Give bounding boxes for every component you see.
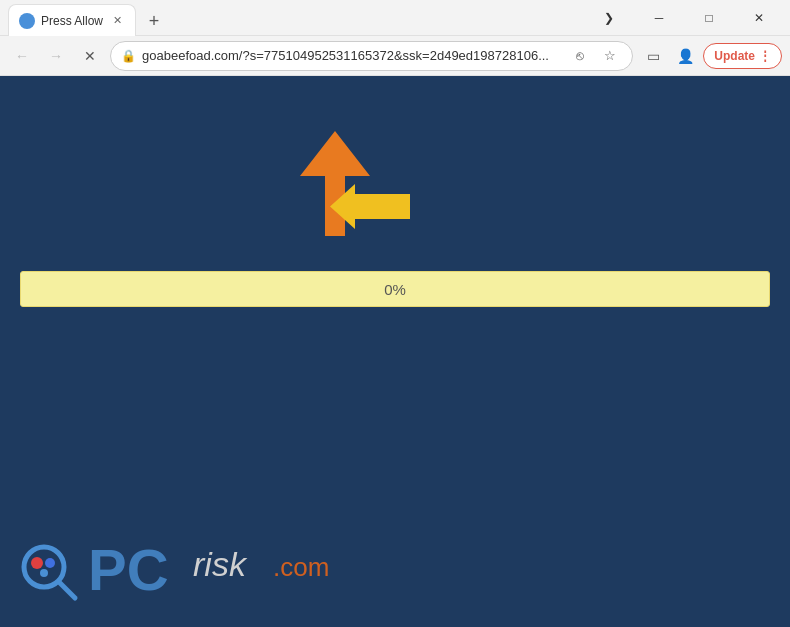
new-tab-button[interactable]: +	[140, 7, 168, 35]
update-label: Update	[714, 49, 755, 63]
progress-bar: 0%	[20, 271, 770, 307]
profile-icon[interactable]: 👤	[671, 42, 699, 70]
tab-area: Press Allow ✕ +	[8, 0, 586, 35]
svg-marker-2	[330, 184, 410, 229]
minimize-button[interactable]: ─	[636, 0, 682, 36]
bookmark-icon[interactable]: ☆	[598, 44, 622, 68]
close-button[interactable]: ✕	[736, 0, 782, 36]
back-button[interactable]: ←	[8, 42, 36, 70]
url-text: goabeefoad.com/?s=775104952531165372&ssk…	[142, 48, 562, 63]
share-icon[interactable]: ⎋	[568, 44, 592, 68]
chevron-down-button[interactable]: ❯	[586, 0, 632, 36]
lock-icon: 🔒	[121, 49, 136, 63]
logo-text: PC risk .com	[88, 538, 338, 607]
svg-text:PC: PC	[88, 538, 169, 602]
titlebar: Press Allow ✕ + ❯ ─ □ ✕	[0, 0, 790, 36]
tab-close-button[interactable]: ✕	[109, 13, 125, 29]
pcrisk-logo-icon	[20, 543, 80, 603]
svg-line-4	[59, 582, 75, 598]
yellow-arrow-icon	[330, 184, 410, 229]
browser-content: 0% PC risk .com	[0, 76, 790, 627]
progress-label: 0%	[384, 281, 406, 298]
active-tab[interactable]: Press Allow ✕	[8, 4, 136, 36]
pcrisk-logo: PC risk .com	[20, 538, 338, 607]
svg-text:risk: risk	[193, 545, 248, 583]
reload-button[interactable]: ✕	[76, 42, 104, 70]
maximize-button[interactable]: □	[686, 0, 732, 36]
sidebar-icon[interactable]: ▭	[639, 42, 667, 70]
addressbar: ← → ✕ 🔒 goabeefoad.com/?s=77510495253116…	[0, 36, 790, 76]
update-button[interactable]: Update ⋮	[703, 43, 782, 69]
update-chevron: ⋮	[759, 49, 771, 63]
svg-text:.com: .com	[273, 552, 329, 582]
svg-point-6	[45, 558, 55, 568]
forward-button[interactable]: →	[42, 42, 70, 70]
tab-favicon	[19, 13, 35, 29]
window-controls: ❯ ─ □ ✕	[586, 0, 782, 36]
toolbar-right: ▭ 👤 Update ⋮	[639, 42, 782, 70]
address-box[interactable]: 🔒 goabeefoad.com/?s=775104952531165372&s…	[110, 41, 633, 71]
tab-title: Press Allow	[41, 14, 103, 28]
svg-point-7	[40, 569, 48, 577]
svg-point-5	[31, 557, 43, 569]
